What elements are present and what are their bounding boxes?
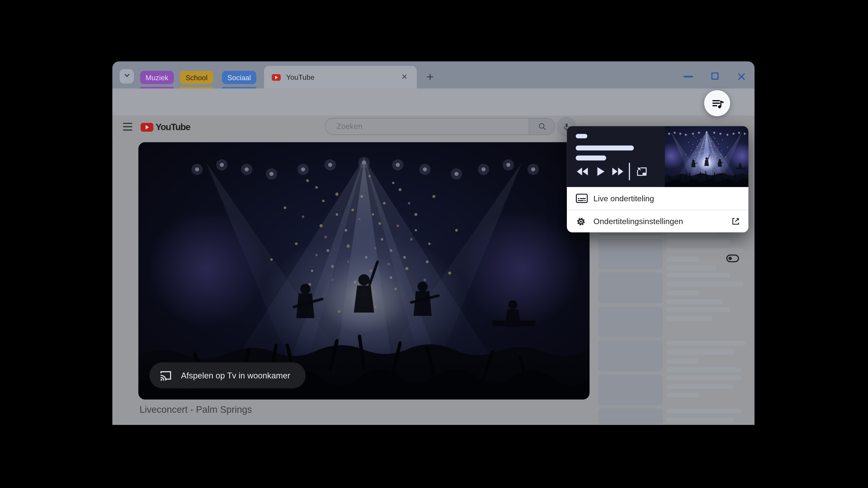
video-thumbnail-placeholder [598,238,662,269]
youtube-wordmark: YouTube [156,122,190,132]
suggested-video-item[interactable] [598,306,748,338]
media-controls-button[interactable] [704,90,730,116]
search-placeholder: Zoeken [337,119,362,134]
search-icon [537,122,547,131]
live-caption-toggle[interactable] [726,255,739,262]
video-thumbnail-placeholder [598,340,662,371]
media-artwork-thumbnail [665,126,748,187]
concert-video-frame [138,142,590,399]
subtitles-icon [576,194,588,203]
video-title: Liveconcert - Palm Springs [140,404,252,416]
new-tab-button[interactable] [423,70,438,86]
tab-group-sociaal[interactable]: Sociaal [222,71,256,84]
tab-group-label: Sociaal [227,73,251,82]
fast-forward-icon [612,168,623,175]
picture-in-picture-button[interactable] [636,166,648,177]
open-in-new-button[interactable] [731,217,741,226]
search-input[interactable]: Zoeken [325,118,555,135]
suggested-video-item[interactable] [598,272,748,304]
video-thumbnail-placeholder [598,408,662,425]
tab-search-button[interactable] [120,69,134,84]
window-minimize-button[interactable] [684,76,693,77]
video-thumbnail-placeholder [598,272,662,303]
tab-strip: Muziek School Sociaal YouTube [112,61,754,89]
open-in-new-icon [731,217,741,226]
controls-divider [629,163,630,180]
media-title-placeholder [576,145,634,151]
window-maximize-button[interactable] [711,72,719,80]
queue-music-icon [710,96,724,110]
video-thumbnail-placeholder [598,375,662,405]
media-session-card [567,126,748,187]
tab-youtube[interactable]: YouTube [264,66,417,88]
chevron-down-icon [122,70,132,83]
plus-icon [426,72,434,84]
picture-in-picture-icon [636,166,648,177]
next-track-button[interactable] [612,168,623,175]
close-icon [737,72,746,81]
suggested-video-item[interactable] [598,375,748,406]
suggested-video-item[interactable] [598,238,748,270]
gear-icon [576,217,586,227]
cast-label: Afspelen op Tv in woonkamer [181,371,290,380]
tab-group-muziek[interactable]: Muziek [140,71,174,84]
youtube-favicon-icon [272,73,281,81]
close-icon [401,72,408,82]
suggested-video-item[interactable] [598,408,748,425]
youtube-logo[interactable]: YouTube [141,122,190,132]
menu-button[interactable] [123,123,132,131]
video-thumbnail-placeholder [598,306,662,337]
caption-settings-label: Ondertitelingsinstellingen [593,217,683,226]
suggested-video-item[interactable] [598,340,748,372]
play-button[interactable] [597,167,604,176]
cast-to-tv-banner[interactable]: Afspelen op Tv in woonkamer [149,362,306,388]
caption-settings-row[interactable]: Ondertitelingsinstellingen [567,210,748,232]
play-icon [597,167,604,176]
rewind-icon [577,168,588,175]
tab-group-school[interactable]: School [180,71,213,84]
tab-title: YouTube [286,66,314,88]
media-artist-placeholder [576,156,606,160]
media-source-placeholder [576,134,587,138]
tab-group-label: School [186,73,208,82]
previous-track-button[interactable] [577,168,588,175]
browser-window: Muziek School Sociaal YouTube [112,61,754,425]
live-caption-row[interactable]: Live ondertiteling [567,187,748,210]
cast-icon [159,369,172,382]
live-caption-label: Live ondertiteling [593,194,654,203]
media-controls-popup: Live ondertiteling Ondertitelingsinstell… [567,126,748,232]
tab-close-button[interactable] [400,72,409,82]
search-button[interactable] [529,119,555,134]
window-close-button[interactable] [737,72,746,81]
tab-group-label: Muziek [146,73,168,82]
video-player[interactable]: Afspelen op Tv in woonkamer [138,142,590,399]
browser-toolbar: youtube.com/watch/ [112,89,754,116]
screen: Muziek School Sociaal YouTube [0,0,868,488]
youtube-play-icon [141,123,153,131]
